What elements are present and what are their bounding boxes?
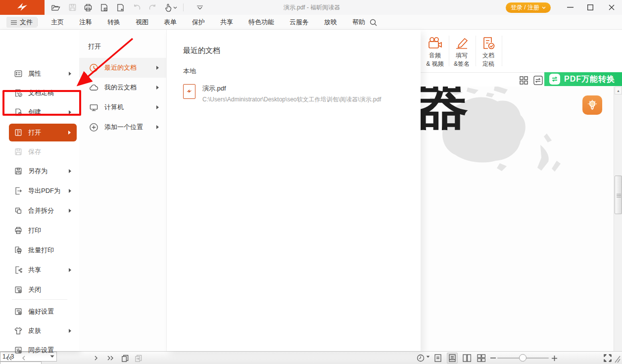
zoom-out-button[interactable] bbox=[489, 353, 497, 364]
print-menu-icon bbox=[14, 226, 23, 235]
fill-sign-button[interactable]: 填写 &签名 bbox=[449, 33, 475, 68]
save-menu-icon bbox=[14, 147, 23, 156]
menu-item-merge-split[interactable]: 合并拆分 bbox=[0, 201, 79, 221]
continuous-view-icon[interactable] bbox=[447, 353, 458, 364]
submenu-arrow-icon bbox=[156, 66, 159, 70]
tab-present[interactable]: 放映 bbox=[324, 18, 337, 27]
login-register-button[interactable]: 登录 / 注册 bbox=[506, 2, 551, 13]
tab-form[interactable]: 表单 bbox=[164, 18, 177, 27]
single-page-view-icon[interactable] bbox=[432, 353, 443, 364]
tab-share[interactable]: 共享 bbox=[220, 18, 233, 27]
submenu-arrow-icon bbox=[69, 329, 71, 333]
search-icon[interactable] bbox=[367, 17, 379, 28]
recent-file-item[interactable]: 演示.pdf C:\Users\Administrator\Desktop\se… bbox=[183, 84, 381, 104]
menu-item-create[interactable]: 创建 bbox=[0, 102, 79, 122]
rotate-dropdown-icon[interactable] bbox=[426, 356, 430, 358]
lightbulb-tip-button[interactable] bbox=[582, 95, 602, 115]
menu-item-label: 打开 bbox=[28, 128, 68, 137]
zoom-slider-knob[interactable] bbox=[519, 354, 526, 362]
tab-file[interactable]: 文件 bbox=[6, 17, 37, 28]
menu-item-save-as[interactable]: 另存为 bbox=[0, 161, 79, 181]
submenu-item-computer[interactable]: 计算机 bbox=[79, 97, 167, 117]
redo-icon bbox=[146, 2, 158, 13]
title-bar: 演示.pdf - 福昕阅读器 登录 / 注册 bbox=[0, 0, 622, 15]
menu-item-preferences[interactable]: 偏好设置 bbox=[0, 302, 79, 321]
tab-convert[interactable]: 转换 bbox=[107, 18, 120, 27]
menu-item-batch-print[interactable]: 批量打印 bbox=[0, 240, 79, 260]
pdf-convert-button[interactable]: PDF万能转换 bbox=[544, 72, 622, 86]
submenu-arrow-icon bbox=[156, 125, 159, 129]
doc-finalize-label-2: 定稿 bbox=[476, 60, 501, 68]
last-page-button[interactable] bbox=[105, 353, 116, 364]
zoom-in-button[interactable] bbox=[550, 353, 558, 364]
scrollbar-thumb[interactable] bbox=[615, 176, 622, 214]
menu-item-finalize[interactable]: 文档定稿 bbox=[0, 83, 79, 103]
fullscreen-icon[interactable] bbox=[602, 353, 614, 364]
cloud-icon bbox=[89, 83, 98, 92]
rotate-view-icon[interactable] bbox=[416, 353, 426, 364]
new-document-icon[interactable] bbox=[114, 2, 126, 13]
foxit-logo[interactable] bbox=[0, 0, 45, 15]
menu-divider-line bbox=[12, 299, 67, 300]
menu-item-sync-settings[interactable]: 同步设置 bbox=[0, 340, 79, 360]
ribbon-tabs: 主页 注释 转换 视图 表单 保护 共享 特色功能 云服务 放映 帮助 bbox=[45, 15, 365, 30]
submenu-item-recent[interactable]: 最近的文档 bbox=[79, 58, 167, 78]
facing-view-icon[interactable] bbox=[461, 353, 472, 364]
submenu-arrow-icon bbox=[69, 110, 71, 114]
submenu-arrow-icon bbox=[69, 209, 71, 213]
submenu-item-cloud-docs[interactable]: 我的云文档 bbox=[79, 78, 167, 97]
doc-finalize-button[interactable]: 文档 定稿 bbox=[476, 33, 501, 68]
doc-check-icon bbox=[476, 33, 501, 49]
submenu-arrow-icon bbox=[69, 72, 71, 76]
video-camera-icon bbox=[422, 33, 448, 49]
tab-comment[interactable]: 注释 bbox=[79, 18, 92, 27]
tab-cloud[interactable]: 云服务 bbox=[289, 18, 309, 27]
tab-view[interactable]: 视图 bbox=[136, 18, 148, 27]
recent-file-name: 演示.pdf bbox=[202, 84, 381, 93]
menu-item-label: 打印 bbox=[28, 226, 79, 235]
thumbnail-grid-icon[interactable] bbox=[518, 75, 529, 85]
properties-icon bbox=[14, 69, 23, 78]
doc-finalize-label-1: 文档 bbox=[476, 51, 501, 60]
tab-protect[interactable]: 保护 bbox=[192, 18, 205, 27]
menu-divider bbox=[37, 18, 38, 26]
next-page-button[interactable] bbox=[91, 353, 101, 364]
open-folder-icon[interactable] bbox=[49, 2, 61, 13]
menu-item-label: 导出PDF为 bbox=[28, 186, 69, 195]
print-icon[interactable] bbox=[82, 2, 94, 13]
document-badge-icon[interactable] bbox=[98, 2, 110, 13]
menu-item-print[interactable]: 打印 bbox=[0, 221, 79, 240]
prev-view-button[interactable] bbox=[119, 353, 130, 364]
clock-icon bbox=[89, 63, 98, 73]
facing-continuous-view-icon[interactable] bbox=[476, 353, 486, 364]
resize-grip[interactable] bbox=[614, 355, 621, 363]
menu-item-label: 偏好设置 bbox=[28, 307, 79, 316]
tab-help[interactable]: 帮助 bbox=[352, 18, 365, 27]
menu-item-label: 另存为 bbox=[28, 167, 69, 176]
share-icon bbox=[14, 266, 23, 274]
undo-icon bbox=[131, 2, 143, 13]
menu-item-share[interactable]: 共享 bbox=[0, 260, 79, 280]
swap-view-icon[interactable] bbox=[532, 75, 543, 85]
menu-item-properties[interactable]: 属性 bbox=[0, 64, 79, 84]
close-button[interactable] bbox=[603, 0, 620, 15]
hand-tool-icon[interactable] bbox=[162, 2, 179, 13]
scroll-up-button[interactable]: ▲ bbox=[615, 87, 622, 94]
submenu-title: 打开 bbox=[88, 42, 101, 51]
next-view-button[interactable] bbox=[133, 353, 144, 364]
lightbulb-icon bbox=[587, 99, 598, 111]
submenu-arrow-icon bbox=[156, 86, 159, 90]
menu-item-close[interactable]: 关闭 bbox=[0, 280, 79, 300]
vertical-scrollbar[interactable]: ▲ bbox=[614, 87, 622, 351]
minimize-button[interactable] bbox=[562, 0, 578, 15]
menu-item-open[interactable]: 打开 bbox=[9, 124, 77, 141]
maximize-button[interactable] bbox=[582, 0, 599, 15]
menu-item-skin[interactable]: 皮肤 bbox=[0, 321, 79, 341]
ribbon-divider bbox=[502, 36, 502, 66]
tab-home[interactable]: 主页 bbox=[51, 18, 64, 27]
submenu-item-label: 计算机 bbox=[104, 103, 156, 112]
audio-video-button[interactable]: 音频 & 视频 bbox=[422, 33, 448, 68]
submenu-item-add-place[interactable]: 添加一个位置 bbox=[79, 117, 167, 137]
tab-features[interactable]: 特色功能 bbox=[248, 18, 274, 27]
menu-item-export-pdf[interactable]: 导出PDF为 bbox=[0, 181, 79, 201]
